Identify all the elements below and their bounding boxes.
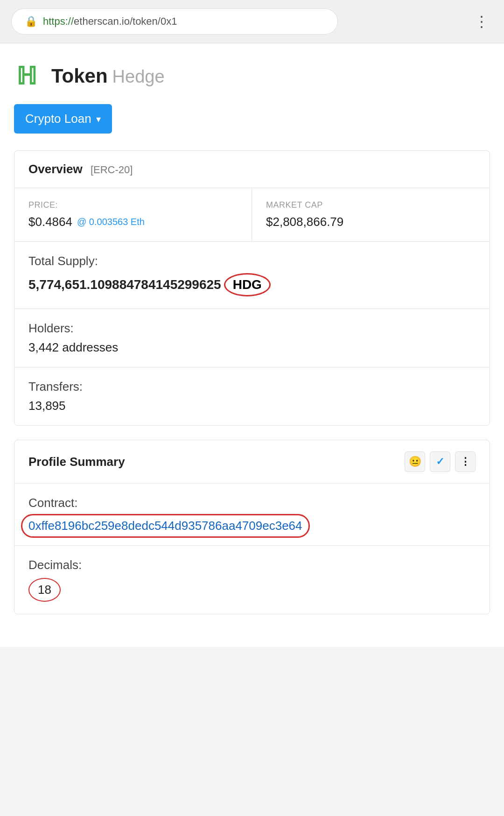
total-supply-label: Total Supply: (28, 254, 476, 268)
holders-label: Holders: (28, 321, 476, 336)
overview-card: Overview [ERC-20] PRICE: $0.4864 @ 0.003… (14, 150, 490, 426)
token-title: Token (51, 65, 108, 87)
total-supply-token: HDG (224, 273, 271, 296)
decimals-label: Decimals: (28, 558, 476, 572)
profile-summary-title: Profile Summary (28, 455, 125, 469)
transfers-row: Transfers: 13,895 (14, 367, 490, 425)
overview-card-header: Overview [ERC-20] (14, 151, 490, 188)
browser-chrome: 🔒 https://etherscan.io/token/0x1 ⋮ (0, 0, 504, 43)
contract-address-link[interactable]: 0xffe8196bc259e8dedc544d935786aa4709ec3e… (28, 519, 302, 533)
price-value: $0.4864 (28, 215, 72, 229)
contract-row: Contract: 0xffe8196bc259e8dedc544d935786… (14, 484, 490, 546)
token-header: ℍ TokenHedge (14, 62, 490, 90)
crypto-loan-button[interactable]: Crypto Loan ▾ (14, 104, 112, 134)
holders-value: 3,442 addresses (28, 340, 118, 355)
market-cap-value: $2,808,866.79 (266, 215, 476, 229)
holders-row: Holders: 3,442 addresses (14, 309, 490, 367)
price-marketcap-grid: PRICE: $0.4864 @ 0.003563 Eth MARKET CAP… (14, 188, 490, 242)
market-cap-cell: MARKET CAP $2,808,866.79 (252, 188, 490, 241)
svg-text:ℍ: ℍ (16, 63, 37, 90)
price-cell: PRICE: $0.4864 @ 0.003563 Eth (14, 188, 252, 241)
check-icon-button[interactable]: ✓ (430, 451, 450, 472)
chevron-down-icon: ▾ (96, 113, 101, 125)
transfers-label: Transfers: (28, 380, 476, 394)
total-supply-value-row: 5,774,651.109884784145299625 HDG (28, 273, 476, 296)
more-options-icon-button[interactable]: ⋮ (455, 451, 476, 472)
url-text: https://etherscan.io/token/0x1 (43, 15, 177, 28)
url-bar[interactable]: 🔒 https://etherscan.io/token/0x1 (11, 8, 338, 35)
overview-title: Overview (28, 162, 83, 176)
token-subtitle: Hedge (112, 67, 165, 86)
decimals-value: 18 (28, 578, 61, 602)
decimals-value-wrap: 18 (28, 578, 476, 602)
vertical-dots-icon: ⋮ (460, 456, 470, 468)
decimals-row: Decimals: 18 (14, 546, 490, 614)
url-protocol: https:// (43, 15, 74, 27)
price-value-row: $0.4864 @ 0.003563 Eth (28, 215, 238, 229)
total-supply-row: Total Supply: 5,774,651.1098847841452996… (14, 242, 490, 309)
token-logo: ℍ (14, 62, 42, 90)
browser-menu-icon[interactable]: ⋮ (470, 9, 493, 34)
url-path: /token/0x1 (130, 15, 177, 27)
profile-summary-card: Profile Summary 😐 ✓ ⋮ Contract: 0xffe819… (14, 440, 490, 614)
page-content: ℍ TokenHedge Crypto Loan ▾ Overview [ERC… (0, 43, 504, 647)
contract-address-wrap: 0xffe8196bc259e8dedc544d935786aa4709ec3e… (28, 519, 302, 533)
total-supply-value: 5,774,651.109884784145299625 (28, 277, 221, 292)
market-cap-label: MARKET CAP (266, 200, 476, 210)
price-eth: @ 0.003563 Eth (77, 217, 145, 227)
profile-summary-icons: 😐 ✓ ⋮ (405, 451, 476, 472)
crypto-loan-label: Crypto Loan (25, 112, 91, 126)
token-name-area: TokenHedge (51, 65, 165, 87)
lock-icon: 🔒 (25, 15, 37, 28)
profile-summary-header: Profile Summary 😐 ✓ ⋮ (14, 440, 490, 484)
overview-tag: [ERC-20] (91, 164, 133, 176)
emoji-icon: 😐 (409, 456, 421, 468)
emoji-icon-button[interactable]: 😐 (405, 451, 425, 472)
overview-header-text: Overview [ERC-20] (28, 162, 133, 176)
url-domain: etherscan.io (74, 15, 130, 27)
transfers-value: 13,895 (28, 399, 66, 413)
check-icon: ✓ (436, 456, 444, 468)
contract-label: Contract: (28, 496, 476, 510)
price-label: PRICE: (28, 200, 238, 210)
